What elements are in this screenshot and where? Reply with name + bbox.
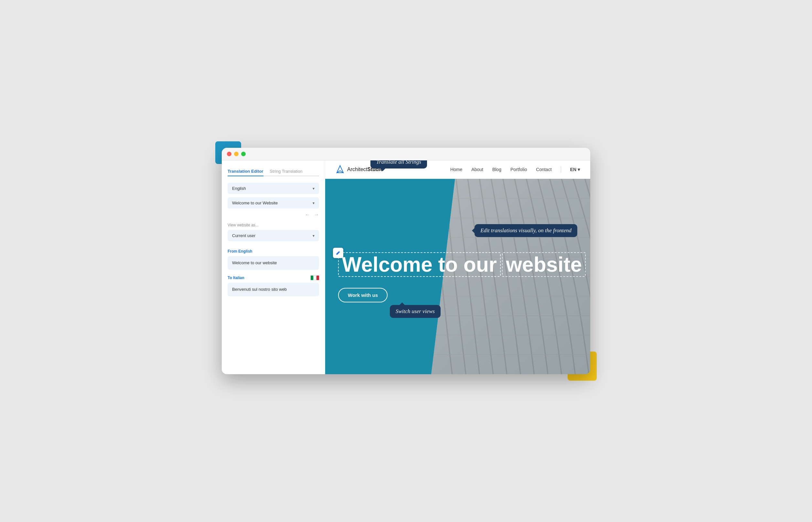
to-section-label: To Italian <box>228 276 244 280</box>
tab-translation-editor[interactable]: Translation Editor <box>228 167 264 176</box>
forward-arrow[interactable]: → <box>314 212 319 218</box>
minimize-button[interactable] <box>234 152 238 156</box>
user-view-dropdown[interactable]: Current user ▾ <box>228 230 319 241</box>
language-chevron: ▾ <box>313 186 314 191</box>
content-area: Translation Editor String Translation En… <box>222 160 590 374</box>
page-value: Welcome to our Website <box>232 201 278 205</box>
cta-button[interactable]: Work with us <box>338 288 388 302</box>
tooltip-translate-text: Translate all Strings <box>376 160 421 165</box>
lang-text: EN <box>570 167 576 172</box>
page-dropdown[interactable]: Welcome to our Website ▾ <box>228 197 319 208</box>
nav-home[interactable]: Home <box>450 167 462 172</box>
logo-icon <box>335 165 345 174</box>
tooltip-switch-views: Switch user views <box>390 305 441 318</box>
tab-string-translation[interactable]: String Translation <box>270 167 303 176</box>
from-translation-box[interactable]: Welcome to our website <box>228 256 319 270</box>
website-preview: Translate all Strings ArchitectStudio Ho… <box>325 160 590 374</box>
nav-divider <box>561 166 561 173</box>
page-chevron: ▾ <box>313 201 314 205</box>
language-dropdown[interactable]: English ▾ <box>228 183 319 194</box>
flag-red <box>316 276 319 280</box>
sidebar-tabs: Translation Editor String Translation <box>228 167 319 176</box>
nav-contact[interactable]: Contact <box>536 167 551 172</box>
hero-title-line2-wrapper: website <box>502 252 586 277</box>
lang-chevron: ▾ <box>578 167 580 172</box>
edit-icon-badge[interactable] <box>333 248 343 258</box>
language-selector[interactable]: EN ▾ <box>570 167 580 172</box>
hero-title-line1-wrapper: Welcome to our <box>338 252 501 277</box>
user-view-chevron: ▾ <box>313 234 314 238</box>
to-italian-header: To Italian <box>228 276 319 280</box>
to-translation-box[interactable]: Benvenuti sul nostro sito web <box>228 283 319 296</box>
italian-flag <box>311 276 319 280</box>
tooltip-edit-frontend: Edit translations visually, on the front… <box>475 224 577 237</box>
nav-arrows: ← → <box>228 212 319 218</box>
user-view-value: Current user <box>232 233 255 238</box>
tooltip-translate-all: Translate all Strings <box>371 160 427 168</box>
tooltip-switch-text: Switch user views <box>396 308 435 314</box>
scene: Translation Editor String Translation En… <box>212 138 600 384</box>
site-navbar: ArchitectStudio Home About Blog Portfoli… <box>325 160 590 179</box>
hero-title-line2: website <box>506 254 582 275</box>
browser-window: Translation Editor String Translation En… <box>222 148 590 374</box>
maximize-button[interactable] <box>241 152 246 156</box>
flag-green <box>311 276 313 280</box>
nav-about[interactable]: About <box>471 167 483 172</box>
site-hero: Welcome to our website Work with us <box>325 179 590 374</box>
browser-chrome <box>222 148 590 160</box>
hero-title-line1: Welcome to our <box>342 254 497 275</box>
hero-content: Welcome to our website Work with us <box>338 251 586 302</box>
language-value: English <box>232 186 246 191</box>
back-arrow[interactable]: ← <box>305 212 310 218</box>
site-nav: Home About Blog Portfolio Contact EN ▾ <box>450 166 580 173</box>
flag-white <box>314 276 316 280</box>
tooltip-edit-text: Edit translations visually, on the front… <box>480 227 571 234</box>
from-section-label: From English <box>228 249 319 254</box>
nav-portfolio[interactable]: Portfolio <box>511 167 527 172</box>
view-as-label: View website as... <box>228 223 319 227</box>
translation-panel: Translation Editor String Translation En… <box>222 160 325 374</box>
close-button[interactable] <box>227 152 231 156</box>
nav-blog[interactable]: Blog <box>492 167 501 172</box>
